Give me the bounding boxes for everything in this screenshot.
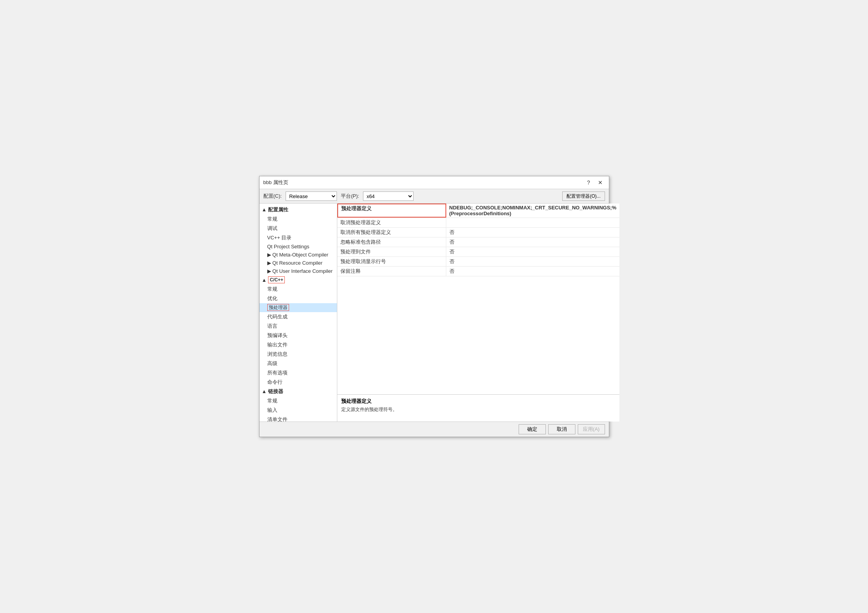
help-button[interactable]: ? <box>585 179 593 186</box>
close-button[interactable]: ✕ <box>596 179 605 186</box>
sidebar-item-language[interactable]: 语言 <box>260 321 337 331</box>
sidebar-item-precompile[interactable]: 预编译头 <box>260 331 337 340</box>
main-panel: 预处理器定义 NDEBUG;_CONSOLE;NOMINMAX;_CRT_SEC… <box>337 204 620 422</box>
prop-value-keep-comments: 否 <box>446 267 620 276</box>
manage-config-button[interactable]: 配置管理器(O)... <box>562 191 605 201</box>
sidebar-item-qt-resource[interactable]: ▶ Qt Resource Compiler <box>260 259 337 267</box>
title-bar: bbb 属性页 ? ✕ <box>260 176 609 189</box>
property-window: bbb 属性页 ? ✕ 配置(C): Release Debug All Con… <box>259 176 609 437</box>
description-panel: 预处理器定义 定义源文件的预处理符号。 <box>337 394 620 422</box>
platform-label: 平台(P): <box>341 193 359 200</box>
prop-name-cancel-all-def: 取消所有预处理器定义 <box>337 228 446 237</box>
prop-name-preprocess-to-file: 预处理到文件 <box>337 247 446 256</box>
config-label: 配置(C): <box>263 193 282 200</box>
sidebar-item-qt-meta[interactable]: ▶ Qt Meta-Object Compiler <box>260 251 337 259</box>
sidebar-item-config-attr[interactable]: ▲ 配置属性 <box>260 205 337 214</box>
toolbar: 配置(C): Release Debug All Configurations … <box>260 189 609 204</box>
prop-row-preprocessor-def[interactable]: 预处理器定义 NDEBUG;_CONSOLE;NOMINMAX;_CRT_SEC… <box>337 204 620 218</box>
cpp-label: C/C++ <box>268 276 285 283</box>
sidebar-item-l-manifest[interactable]: 清单文件 <box>260 415 337 422</box>
sidebar-item-code-gen[interactable]: 代码生成 <box>260 312 337 321</box>
desc-text: 定义源文件的预处理符号。 <box>341 406 616 413</box>
sidebar-item-preprocessor[interactable]: 预处理器 <box>260 303 337 312</box>
sidebar-item-tiaoshi[interactable]: 调试 <box>260 224 337 233</box>
prop-row-suppress-line[interactable]: 预处理取消显示行号 否 <box>337 257 620 267</box>
prop-row-cancel-all-def[interactable]: 取消所有预处理器定义 否 <box>337 228 620 237</box>
sidebar-item-changgui[interactable]: 常规 <box>260 214 337 224</box>
sidebar-item-l-changgui[interactable]: 常规 <box>260 396 337 406</box>
prop-value-ignore-std-path: 否 <box>446 237 620 247</box>
prop-value-suppress-line: 否 <box>446 257 620 266</box>
title-bar-controls: ? ✕ <box>585 179 605 186</box>
sidebar-item-qt-project[interactable]: Qt Project Settings <box>260 242 337 251</box>
prop-name-preprocessor-def: 预处理器定义 <box>337 204 446 218</box>
ok-button[interactable]: 确定 <box>519 424 546 434</box>
content-area: ▲ 配置属性 常规 调试 VC++ 目录 Qt Project Settings… <box>260 204 609 422</box>
window-title: bbb 属性页 <box>263 179 288 186</box>
sidebar: ▲ 配置属性 常规 调试 VC++ 目录 Qt Project Settings… <box>260 204 337 422</box>
prop-value-preprocess-to-file: 否 <box>446 247 620 256</box>
sidebar-item-browse[interactable]: 浏览信息 <box>260 350 337 359</box>
bottom-bar: 确定 取消 应用(A) <box>260 422 609 437</box>
prop-name-cancel-def: 取消预处理器定义 <box>337 218 446 227</box>
sidebar-item-c-opt[interactable]: 优化 <box>260 294 337 303</box>
prop-name-ignore-std-path: 忽略标准包含路径 <box>337 237 446 247</box>
sidebar-item-cpp-section[interactable]: ▲C/C++ <box>260 275 337 285</box>
cancel-button[interactable]: 取消 <box>548 424 575 434</box>
prop-row-ignore-std-path[interactable]: 忽略标准包含路径 否 <box>337 237 620 247</box>
sidebar-item-all-options[interactable]: 所有选项 <box>260 368 337 378</box>
sidebar-item-l-input[interactable]: 输入 <box>260 406 337 415</box>
prop-name-keep-comments: 保留注释 <box>337 267 446 276</box>
sidebar-item-output-file[interactable]: 输出文件 <box>260 340 337 350</box>
sidebar-item-vc-dir[interactable]: VC++ 目录 <box>260 233 337 242</box>
prop-row-keep-comments[interactable]: 保留注释 否 <box>337 267 620 276</box>
prop-name-suppress-line: 预处理取消显示行号 <box>337 257 446 266</box>
sidebar-item-qt-ui[interactable]: ▶ Qt User Interface Compiler <box>260 267 337 275</box>
sidebar-item-linker[interactable]: ▲ 链接器 <box>260 387 337 396</box>
prop-value-preprocessor-def: NDEBUG;_CONSOLE;NOMINMAX;_CRT_SECURE_NO_… <box>446 204 620 218</box>
sidebar-item-c-changgui[interactable]: 常规 <box>260 285 337 294</box>
apply-button[interactable]: 应用(A) <box>578 424 605 434</box>
platform-select[interactable]: x64 Win32 <box>363 191 414 201</box>
config-select[interactable]: Release Debug All Configurations <box>286 191 337 201</box>
prop-row-cancel-def[interactable]: 取消预处理器定义 <box>337 218 620 228</box>
prop-value-cancel-all-def: 否 <box>446 228 620 237</box>
prop-row-preprocess-to-file[interactable]: 预处理到文件 否 <box>337 247 620 257</box>
sidebar-item-advanced[interactable]: 高级 <box>260 359 337 368</box>
desc-title: 预处理器定义 <box>341 398 616 405</box>
property-table: 预处理器定义 NDEBUG;_CONSOLE;NOMINMAX;_CRT_SEC… <box>337 204 620 394</box>
sidebar-item-cmdline[interactable]: 命令行 <box>260 378 337 387</box>
prop-value-cancel-def <box>446 218 620 227</box>
